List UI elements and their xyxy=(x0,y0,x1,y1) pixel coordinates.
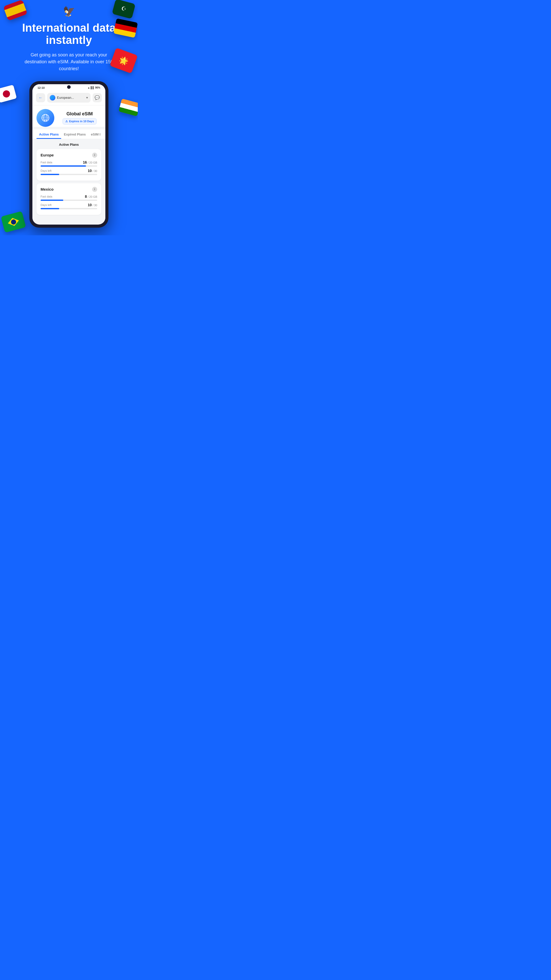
days-progress-fill-europe xyxy=(41,174,59,175)
back-icon: ← xyxy=(38,95,43,100)
camera-notch xyxy=(67,85,71,89)
svg-text:🦅: 🦅 xyxy=(63,6,75,18)
data-progress-mexico xyxy=(41,200,97,201)
plan-europe-data-row: Fast data 16 / 20 GB xyxy=(41,160,97,167)
days-value-europe: 10 / 30 xyxy=(88,169,97,173)
hero-subtitle: Get going as soon as your reach your des… xyxy=(21,52,118,72)
hero-section: ☪ 🌟 🍁 🦅 International data instantly Get… xyxy=(0,0,138,235)
expires-badge: ⚠ Expires in 10 Days xyxy=(62,118,97,124)
plan-mexico-days-row: Days left 10 / 30 xyxy=(41,203,97,209)
tab-esim-info[interactable]: eSIM I xyxy=(88,129,103,139)
plan-card-mexico: Mexico i Fast data 8 / 20 GB xyxy=(37,183,101,215)
status-icons: ▲ ▌▌ 96% xyxy=(87,86,100,89)
days-progress-europe xyxy=(41,174,97,175)
wifi-icon: ▲ xyxy=(87,86,90,89)
data-progress-fill-europe xyxy=(41,165,86,167)
info-icon-europe[interactable]: i xyxy=(92,153,97,158)
plan-mexico-name: Mexico xyxy=(41,187,54,191)
days-value-mexico: 10 / 30 xyxy=(88,203,97,207)
phone-mockup: 12:10 ▲ ▌▌ 96% ← 🌐 European... xyxy=(10,81,127,228)
location-label: European... xyxy=(57,96,74,100)
hero-title: International data instantly xyxy=(10,22,127,46)
tabs-container: Active Plans Expired Plans eSIM I xyxy=(32,129,105,139)
phone-frame: 12:10 ▲ ▌▌ 96% ← 🌐 European... xyxy=(29,81,108,228)
data-label-mexico: Fast data xyxy=(41,195,52,198)
days-progress-mexico xyxy=(41,208,97,209)
dropdown-icon: ▾ xyxy=(86,96,88,100)
days-label-mexico: Days left xyxy=(41,204,52,207)
battery-indicator: 96% xyxy=(95,86,100,89)
signal-icon: ▌▌ xyxy=(91,86,94,89)
data-value-europe: 16 / 20 GB xyxy=(83,160,97,164)
plan-card-europe-header: Europe i xyxy=(41,153,97,158)
app-logo: 🦅 xyxy=(59,5,79,18)
plan-europe-days-row: Days left 10 / 30 xyxy=(41,169,97,175)
location-selector[interactable]: 🌐 European... ▾ xyxy=(47,93,91,103)
data-label-europe: Fast data xyxy=(41,161,52,164)
data-progress-europe xyxy=(41,165,97,167)
svg-rect-7 xyxy=(45,121,46,121)
plan-card-europe: Europe i Fast data 16 / 20 GB xyxy=(37,149,101,181)
main-content: Active Plans Europe i Fast data 16 xyxy=(32,139,105,221)
info-icon-mexico[interactable]: i xyxy=(92,187,97,192)
plan-card-mexico-header: Mexico i xyxy=(41,187,97,192)
plan-europe-name: Europe xyxy=(41,153,54,157)
days-progress-fill-mexico xyxy=(41,208,59,209)
esim-name: Global eSIM xyxy=(58,111,101,117)
status-time: 12:10 xyxy=(38,86,44,89)
chat-button[interactable]: 💬 xyxy=(93,93,102,102)
plan-mexico-data-row: Fast data 8 / 20 GB xyxy=(41,194,97,201)
warning-icon: ⚠ xyxy=(65,120,68,123)
esim-profile: Global eSIM ⚠ Expires in 10 Days xyxy=(32,105,105,127)
data-value-mexico: 8 / 20 GB xyxy=(85,194,97,199)
esim-info: Global eSIM ⚠ Expires in 10 Days xyxy=(58,111,101,124)
chat-icon: 💬 xyxy=(95,95,100,100)
data-progress-fill-mexico xyxy=(41,200,63,201)
esim-globe-icon xyxy=(37,109,54,127)
section-active-plans-label: Active Plans xyxy=(37,143,101,146)
days-label-europe: Days left xyxy=(41,169,52,172)
phone-screen: 12:10 ▲ ▌▌ 96% ← 🌐 European... xyxy=(32,84,105,224)
tab-expired-plans[interactable]: Expired Plans xyxy=(61,129,88,139)
flag-pakistan: ☪ xyxy=(112,0,136,19)
expires-label: Expires in 10 Days xyxy=(69,120,94,123)
flag-spain xyxy=(3,0,27,21)
tab-active-plans[interactable]: Active Plans xyxy=(37,129,61,139)
back-button[interactable]: ← xyxy=(36,93,45,102)
globe-icon: 🌐 xyxy=(50,95,56,100)
app-header: ← 🌐 European... ▾ 💬 xyxy=(32,90,105,105)
